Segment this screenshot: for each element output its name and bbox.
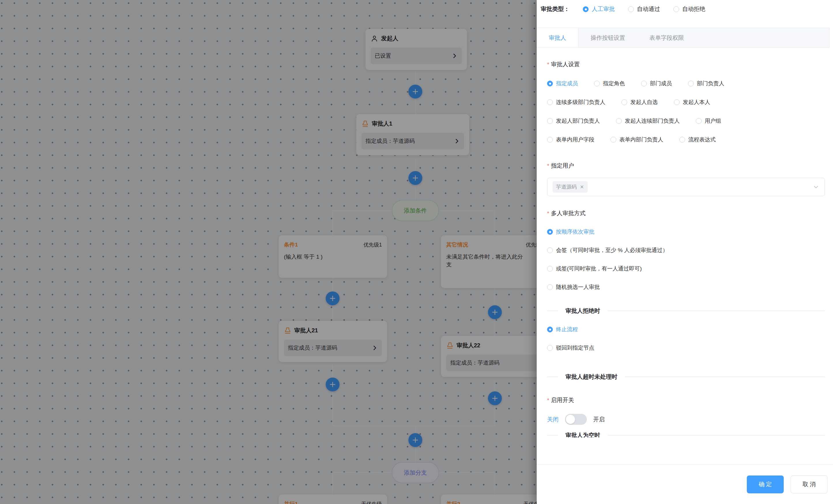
drawer-content[interactable]: 审批人设置 指定成员 指定角色 部门成员 部门负责人: [537, 48, 833, 446]
radio-label: 表单内用户字段: [556, 136, 594, 144]
radio-icon: [680, 137, 685, 143]
modal-overlay[interactable]: [0, 0, 537, 504]
timeout-section-title: 审批人超时未处理时: [566, 373, 617, 381]
radio-auto-approve[interactable]: 自动通过: [628, 5, 660, 13]
radio-icon: [547, 229, 553, 235]
radio-initiator-multi-dept-leader[interactable]: 发起人连续部门负责人: [616, 117, 680, 125]
drawer-footer: 确 定 取 消: [537, 464, 833, 504]
radio-label: 连续多级部门负责人: [556, 99, 605, 106]
radio-icon: [616, 118, 622, 124]
radio-icon: [547, 284, 553, 290]
radio-terminate-process[interactable]: 终止流程: [547, 326, 825, 333]
radio-icon: [696, 118, 701, 124]
tab-approver[interactable]: 审批人: [537, 28, 578, 48]
tab-action-buttons[interactable]: 操作按钮设置: [578, 28, 637, 48]
radio-multi-level-dept-leader[interactable]: 连续多级部门负责人: [547, 99, 605, 106]
radio-icon: [594, 81, 600, 86]
radio-label: 会签（可同时审批，至少 % 人必须审批通过）: [556, 247, 668, 254]
radio-label: 表单内部门负责人: [619, 136, 663, 144]
radio-icon: [547, 327, 553, 332]
radio-designated-member[interactable]: 指定成员: [547, 80, 578, 87]
radio-dept-member[interactable]: 部门成员: [641, 80, 672, 87]
timeout-section-divider: 审批人超时未处理时: [547, 373, 825, 381]
radio-user-group[interactable]: 用户组: [696, 117, 721, 125]
cancel-button[interactable]: 取 消: [791, 476, 828, 493]
timeout-toggle-switch[interactable]: [565, 414, 587, 425]
workflow-designer-app: 发起人 已设置 审批人1 指定成员：芋道源码: [0, 0, 833, 504]
radio-icon: [547, 137, 553, 143]
radio-dept-leader[interactable]: 部门负责人: [688, 80, 724, 87]
chevron-down-icon: [812, 183, 819, 191]
assigned-user-label: 指定用户: [547, 162, 825, 170]
empty-section-clipped: 审批人为空时: [547, 431, 825, 437]
approval-type-label: 审批类型：: [541, 5, 570, 13]
assigned-user-select[interactable]: 芋道源码: [547, 178, 825, 196]
approver-setting-label: 审批人设置: [547, 60, 825, 68]
radio-orsign[interactable]: 或签(可同时审批，有一人通过即可): [547, 265, 825, 273]
radio-auto-reject[interactable]: 自动拒绝: [673, 5, 705, 13]
confirm-button[interactable]: 确 定: [747, 476, 784, 493]
radio-designated-role[interactable]: 指定角色: [594, 80, 625, 87]
radio-label: 部门负责人: [697, 80, 724, 87]
radio-label: 用户组: [705, 117, 721, 125]
approver-setting-options-row: 发起人部门负责人 发起人连续部门负责人 用户组: [547, 117, 825, 125]
radio-label: 指定成员: [556, 80, 578, 87]
radio-icon: [583, 6, 589, 12]
radio-icon: [547, 345, 553, 351]
radio-random-one[interactable]: 随机挑选一人审批: [547, 283, 825, 291]
radio-sequential-approval[interactable]: 按顺序依次审批: [547, 228, 825, 235]
approver-setting-options-row: 表单内用户字段 表单内部门负责人 流程表达式: [547, 136, 825, 144]
settings-tabs: 审批人 操作按钮设置 表单字段权限: [537, 28, 830, 48]
empty-section-title: 审批人为空时: [566, 431, 600, 437]
radio-icon: [547, 266, 553, 272]
radio-return-to-node[interactable]: 驳回到指定节点: [547, 344, 825, 352]
radio-icon: [547, 99, 553, 105]
reject-section-divider: 审批人拒绝时: [547, 307, 825, 315]
radio-icon: [688, 81, 694, 86]
radio-label: 流程表达式: [688, 136, 716, 144]
switch-off-label: 关闭: [547, 415, 558, 423]
radio-icon: [547, 81, 553, 86]
radio-label: 驳回到指定节点: [556, 344, 594, 352]
radio-icon: [547, 118, 553, 124]
radio-label: 发起人本人: [683, 99, 710, 106]
radio-initiator-dept-leader[interactable]: 发起人部门负责人: [547, 117, 600, 125]
tab-label: 操作按钮设置: [591, 34, 625, 42]
radio-form-user-field[interactable]: 表单内用户字段: [547, 136, 594, 144]
multi-approve-label: 多人审批方式: [547, 209, 825, 217]
radio-initiator-self[interactable]: 发起人本人: [674, 99, 710, 106]
tab-form-field-permissions[interactable]: 表单字段权限: [637, 28, 696, 48]
enable-switch-label: 启用开关: [547, 396, 825, 404]
radio-label: 发起人自选: [630, 99, 658, 106]
tab-label: 表单字段权限: [649, 34, 684, 42]
radio-countersign[interactable]: 会签（可同时审批，至少 % 人必须审批通过）: [547, 247, 825, 254]
radio-form-dept-leader[interactable]: 表单内部门负责人: [611, 136, 663, 144]
radio-label: 发起人部门负责人: [556, 117, 600, 125]
radio-label: 终止流程: [556, 326, 578, 333]
radio-icon: [628, 6, 634, 12]
radio-icon: [673, 6, 679, 12]
radio-process-expression[interactable]: 流程表达式: [680, 136, 716, 144]
radio-label: 发起人连续部门负责人: [625, 117, 680, 125]
approver-setting-options-row: 连续多级部门负责人 发起人自选 发起人本人: [547, 99, 825, 106]
reject-options: 终止流程 驳回到指定节点: [547, 326, 825, 352]
approver-settings-drawer: 审批类型： 人工审批 自动通过 自动拒绝 审批人 操作按钮设置: [537, 0, 833, 504]
radio-manual-approval[interactable]: 人工审批: [583, 5, 615, 13]
radio-icon: [611, 137, 616, 143]
reject-section-title: 审批人拒绝时: [566, 307, 600, 315]
radio-icon: [621, 99, 627, 105]
radio-icon: [674, 99, 680, 105]
switch-on-label: 开启: [593, 415, 605, 423]
radio-icon: [547, 247, 553, 253]
radio-label: 指定角色: [603, 80, 625, 87]
approver-setting-options-row: 指定成员 指定角色 部门成员 部门负责人: [547, 80, 825, 87]
remove-tag-icon[interactable]: [580, 184, 584, 189]
radio-label: 人工审批: [592, 5, 615, 13]
radio-label: 部门成员: [650, 80, 672, 87]
user-tag: 芋道源码: [552, 181, 588, 193]
radio-initiator-choose[interactable]: 发起人自选: [621, 99, 658, 106]
approval-type-row: 审批类型： 人工审批 自动通过 自动拒绝: [541, 5, 705, 13]
radio-label: 自动通过: [637, 5, 660, 13]
radio-icon: [641, 81, 647, 86]
user-tag-label: 芋道源码: [556, 183, 577, 191]
